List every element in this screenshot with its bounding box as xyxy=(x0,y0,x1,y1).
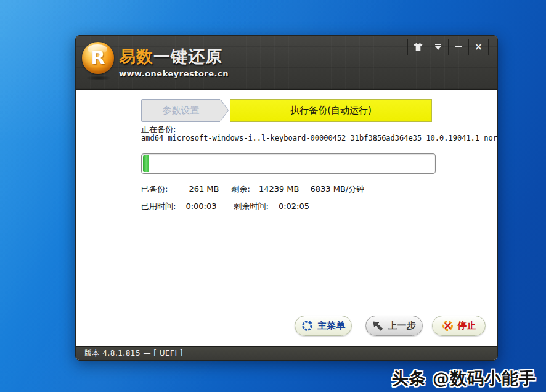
time-remaining-label: 剩余时间: xyxy=(234,201,269,212)
statusbar: 版本 4.8.1.815 — [ UEFI ] xyxy=(76,346,497,360)
close-icon: × xyxy=(475,43,483,52)
backed-label: 已备份: xyxy=(141,184,168,195)
main-menu-label: 主菜单 xyxy=(317,320,345,332)
current-file-path: amd64_microsoft-windows-i..l-keyboard-00… xyxy=(141,134,497,142)
logo-letter: R xyxy=(91,49,105,67)
backup-stats-line: 已备份: 261 MB 剩余: 14239 MB 6833 MB/分钟 xyxy=(141,184,364,195)
back-button[interactable]: 上一步 xyxy=(365,316,423,336)
app-logo: R xyxy=(82,42,115,80)
minimize-icon xyxy=(455,46,462,47)
version-text: 版本 4.8.1.815 — [ UEFI ] xyxy=(84,348,183,359)
collapse-triangle-icon xyxy=(434,44,442,50)
skin-button[interactable] xyxy=(407,39,428,55)
back-arrow-icon xyxy=(373,321,384,331)
elapsed-label: 已用时间: xyxy=(141,201,176,212)
app-window: R 易数一键还原 www.onekeyrestore.cn xyxy=(75,35,498,361)
backed-value: 261 MB xyxy=(189,184,219,194)
stop-label: 停止 xyxy=(458,320,476,332)
close-button[interactable]: × xyxy=(468,39,489,55)
backup-time-line: 已用时间: 0:00:03 剩余时间: 0:02:05 xyxy=(141,201,309,212)
speed-value: 6833 MB/分钟 xyxy=(311,184,365,195)
elapsed-value: 0:00:03 xyxy=(185,202,216,211)
app-title-orange: 易数 xyxy=(119,47,153,66)
time-remaining-value: 0:02:05 xyxy=(279,202,309,211)
app-title-white: 一键还原 xyxy=(153,47,222,66)
stop-button[interactable]: 停止 xyxy=(432,316,486,336)
titlebar: R 易数一键还原 www.onekeyrestore.cn xyxy=(76,36,497,90)
stop-x-icon xyxy=(442,320,454,332)
app-title: 易数一键还原 xyxy=(119,46,229,68)
logo-sphere-icon: R xyxy=(82,42,114,74)
tab-execute-backup[interactable]: 执行备份(自动运行) xyxy=(230,99,432,122)
tab-parameter-settings[interactable]: 参数设置 xyxy=(141,99,220,122)
brand-url: www.onekeyrestore.cn xyxy=(119,69,229,78)
tab-parameter-settings-label: 参数设置 xyxy=(163,105,200,116)
watermark-text: 头条 @数码小能手 xyxy=(392,367,536,390)
backup-progress-bar xyxy=(141,153,436,174)
main-menu-button[interactable]: 主菜单 xyxy=(295,316,352,336)
minimize-button[interactable] xyxy=(448,39,468,55)
remaining-value: 14239 MB xyxy=(259,184,299,194)
back-label: 上一步 xyxy=(388,320,416,332)
minimize-to-tray-button[interactable] xyxy=(428,39,448,55)
backup-progress-fill xyxy=(143,155,149,172)
remaining-label: 剩余: xyxy=(231,184,250,195)
shirt-icon xyxy=(414,43,423,51)
tab-execute-backup-label: 执行备份(自动运行) xyxy=(290,105,372,116)
main-menu-circle-icon xyxy=(301,320,313,332)
logo-shadow xyxy=(86,76,112,80)
window-controls: × xyxy=(407,39,489,55)
brand-block: 易数一键还原 www.onekeyrestore.cn xyxy=(119,46,229,78)
